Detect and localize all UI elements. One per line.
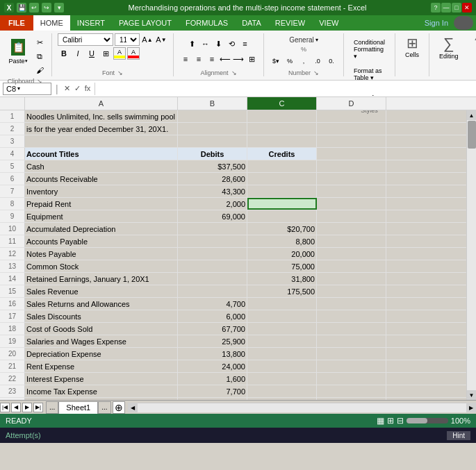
zoom-slider[interactable]: [407, 418, 448, 423]
cell-d3[interactable]: [317, 135, 386, 147]
cell-a21[interactable]: Rent Expense: [25, 360, 178, 372]
cell-b11[interactable]: [178, 235, 247, 247]
cell-b16[interactable]: 4,700: [178, 298, 247, 310]
conditional-formatting-button[interactable]: Conditional Formatting ▾: [350, 36, 389, 62]
cell-c12[interactable]: 20,000: [247, 248, 317, 260]
format-as-table-button[interactable]: Format as Table ▾: [350, 65, 389, 84]
cell-d15[interactable]: [317, 285, 386, 297]
cell-c20[interactable]: [247, 348, 317, 360]
page-break-view-button[interactable]: ⊟: [397, 416, 404, 426]
hint-button[interactable]: Hint: [447, 431, 470, 440]
cell-a18[interactable]: Cost of Goods Sold: [25, 323, 178, 335]
horizontal-scrollbar[interactable]: ◀ ▶: [128, 403, 476, 412]
cut-button[interactable]: ✂: [33, 36, 46, 49]
shrink-font-button[interactable]: A▼: [155, 33, 167, 46]
cell-c19[interactable]: [247, 335, 317, 347]
cell-b23[interactable]: 7,700: [178, 385, 247, 397]
menu-page-layout[interactable]: PAGE LAYOUT: [112, 15, 179, 31]
cell-c7[interactable]: [247, 185, 317, 197]
scroll-left-button[interactable]: ◀: [128, 403, 138, 412]
cell-c2[interactable]: [247, 123, 317, 135]
align-left-button[interactable]: ≡: [179, 53, 192, 65]
first-sheet-button[interactable]: |◀: [0, 403, 10, 412]
cell-d11[interactable]: [317, 235, 386, 247]
font-size-select[interactable]: 11: [115, 33, 140, 46]
help-icon[interactable]: ?: [431, 3, 441, 12]
cell-a1[interactable]: Noodles Unlimited, Inc. sells swimming p…: [25, 110, 178, 122]
align-right-button[interactable]: ≡: [206, 53, 218, 65]
cell-d18[interactable]: [317, 323, 386, 335]
cell-c11[interactable]: 8,800: [247, 235, 317, 247]
cell-d19[interactable]: [317, 335, 386, 347]
menu-data[interactable]: DATA: [235, 15, 268, 31]
cell-c13[interactable]: 75,000: [247, 260, 317, 272]
editing-icon[interactable]: ∑: [443, 35, 454, 53]
cell-a8[interactable]: Prepaid Rent: [25, 198, 178, 210]
h-scroll-track[interactable]: [138, 403, 466, 412]
page-layout-view-button[interactable]: ⊞: [387, 416, 394, 426]
cell-b7[interactable]: 43,300: [178, 185, 247, 197]
more-sheets-button[interactable]: ...: [46, 401, 58, 414]
cell-d14[interactable]: [317, 273, 386, 285]
cell-c10[interactable]: $20,700: [247, 223, 317, 235]
cell-d22[interactable]: [317, 373, 386, 385]
cell-c6[interactable]: [247, 173, 317, 185]
cell-b19[interactable]: 25,900: [178, 335, 247, 347]
cell-a15[interactable]: Sales Revenue: [25, 285, 178, 297]
decrease-decimal-button[interactable]: .0: [311, 55, 324, 67]
cell-c8[interactable]: [247, 198, 317, 210]
scroll-right-button[interactable]: ▶: [466, 403, 476, 412]
cell-d4[interactable]: [317, 148, 386, 160]
cell-a7[interactable]: Inventory: [25, 185, 178, 197]
cell-d12[interactable]: [317, 248, 386, 260]
cell-b24[interactable]: $331,800: [178, 398, 247, 400]
cell-a24[interactable]: Totals: [25, 398, 178, 400]
cell-b17[interactable]: 6,000: [178, 310, 247, 322]
cell-a11[interactable]: Accounts Payable: [25, 235, 178, 247]
cell-d7[interactable]: [317, 185, 386, 197]
align-top-button[interactable]: ⬆: [186, 37, 199, 50]
alignment-expand[interactable]: ↘: [231, 69, 237, 76]
menu-view[interactable]: VIEW: [312, 15, 345, 31]
fill-color-button[interactable]: A: [113, 47, 126, 60]
cell-d21[interactable]: [317, 360, 386, 372]
cells-icon[interactable]: ⊞: [407, 35, 418, 51]
menu-home[interactable]: HOME: [33, 15, 70, 31]
cell-c1[interactable]: [247, 110, 317, 122]
cell-b14[interactable]: [178, 273, 247, 285]
sign-in-link[interactable]: Sign In: [425, 19, 448, 27]
font-expand[interactable]: ↘: [117, 69, 123, 76]
redo-icon[interactable]: ↪: [42, 3, 51, 12]
copy-button[interactable]: ⧉: [33, 50, 46, 62]
formula-input[interactable]: [95, 83, 473, 95]
cell-d10[interactable]: [317, 223, 386, 235]
cell-a19[interactable]: Salaries and Wages Expense: [25, 335, 178, 347]
cell-c14[interactable]: 31,800: [247, 273, 317, 285]
cell-a14[interactable]: Retained Earnings, January 1, 20X1: [25, 273, 178, 285]
cell-c9[interactable]: [247, 210, 317, 222]
number-expand[interactable]: ↘: [313, 69, 319, 76]
increase-decimal-button[interactable]: 0.: [325, 55, 338, 67]
cell-b4[interactable]: Debits: [178, 148, 247, 160]
font-family-select[interactable]: Calibri: [58, 33, 113, 46]
cell-c24[interactable]: $331,800: [247, 398, 317, 400]
comma-button[interactable]: ,: [297, 55, 310, 67]
cell-a17[interactable]: Sales Discounts: [25, 310, 178, 322]
collapse-ribbon-button[interactable]: ▲: [474, 33, 476, 42]
sheet-tab-sheet1[interactable]: Sheet1: [58, 401, 98, 414]
paste-button[interactable]: 📋 Paste ▾: [4, 33, 32, 68]
cell-d2[interactable]: [317, 123, 386, 135]
cell-c3[interactable]: [247, 135, 317, 147]
cell-b2[interactable]: [178, 123, 247, 135]
prev-sheet-button[interactable]: ◀: [11, 403, 21, 412]
cell-c15[interactable]: 175,500: [247, 285, 317, 297]
file-menu[interactable]: FILE: [0, 15, 33, 31]
cell-b10[interactable]: [178, 223, 247, 235]
insert-function-button[interactable]: fx: [83, 84, 92, 93]
cell-c21[interactable]: [247, 360, 317, 372]
minimize-icon[interactable]: —: [441, 3, 451, 12]
cell-b15[interactable]: [178, 285, 247, 297]
maximize-icon[interactable]: □: [452, 3, 461, 12]
col-header-d[interactable]: D: [317, 97, 386, 110]
scroll-up-button[interactable]: ▲: [467, 110, 477, 120]
